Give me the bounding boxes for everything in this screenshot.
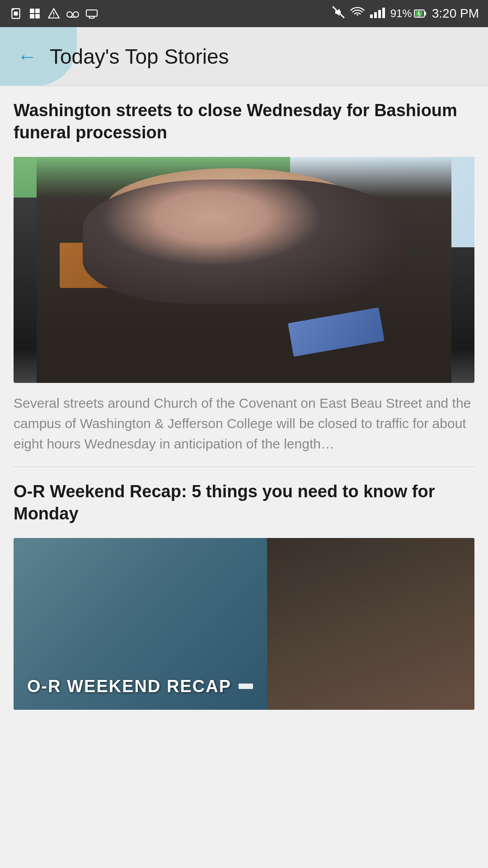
grid-icon (28, 7, 42, 20)
article-1-image (14, 157, 474, 383)
mute-icon (332, 6, 345, 22)
svg-rect-5 (30, 14, 34, 19)
divider-1 (14, 467, 474, 467)
status-bar: 91% 3:20 PM (0, 0, 488, 27)
news-feed: Washington streets to close Wednesday fo… (0, 86, 488, 710)
warning-icon (47, 7, 61, 20)
svg-rect-4 (35, 9, 40, 13)
projector-icon (85, 7, 99, 20)
svg-rect-12 (86, 10, 97, 16)
page-title: Today's Top Stories (50, 44, 229, 69)
svg-point-10 (73, 12, 79, 17)
svg-rect-19 (425, 12, 426, 15)
status-bar-left-icons (9, 7, 99, 20)
wifi-icon (350, 6, 365, 22)
article-1[interactable]: Washington streets to close Wednesday fo… (14, 99, 474, 454)
police-officer-image (14, 157, 474, 383)
article-2-title: O-R Weekend Recap: 5 things you need to … (14, 481, 474, 525)
article-2[interactable]: O-R Weekend Recap: 5 things you need to … (14, 481, 474, 710)
weekend-caption-text: O-R WEEKEND RECAP (27, 677, 231, 696)
voicemail-icon (66, 7, 80, 20)
battery-percentage: 91% (390, 7, 412, 20)
sim-card-icon (9, 7, 23, 20)
status-bar-right-icons: 91% 3:20 PM (332, 6, 479, 22)
header: ← Today's Top Stories (0, 27, 488, 86)
article-1-summary: Several streets around Church of the Cov… (14, 393, 474, 454)
signal-icon (370, 6, 385, 21)
status-time: 3:20 PM (432, 6, 479, 21)
svg-point-8 (53, 15, 54, 16)
article-1-title: Washington streets to close Wednesday fo… (14, 99, 474, 144)
back-arrow-icon: ← (17, 47, 37, 66)
battery-status: 91% (390, 7, 427, 20)
svg-rect-1 (14, 12, 18, 16)
svg-point-9 (67, 12, 72, 17)
back-button[interactable]: ← (14, 43, 41, 70)
weekend-caption-box (239, 684, 253, 689)
svg-rect-3 (30, 9, 34, 13)
article-2-image: O-R WEEKEND RECAP (14, 538, 474, 710)
weekend-recap-image: O-R WEEKEND RECAP (14, 538, 474, 710)
svg-line-16 (333, 6, 344, 18)
svg-rect-6 (35, 14, 40, 19)
